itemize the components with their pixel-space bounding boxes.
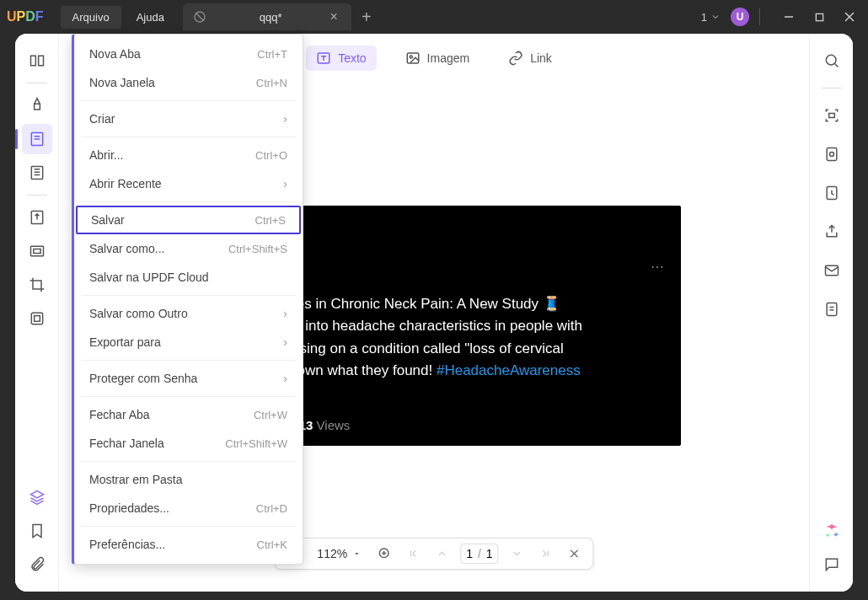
text-icon — [316, 51, 331, 66]
link-tool-label: Link — [530, 51, 552, 65]
tab-close-icon[interactable]: × — [327, 9, 341, 24]
menu-show-folder[interactable]: Mostrar em Pasta — [74, 465, 303, 494]
layers-icon[interactable] — [22, 482, 52, 512]
ocr-tool-icon[interactable] — [817, 100, 847, 131]
tab-title: qqq* — [215, 11, 327, 24]
menu-save-as[interactable]: Salvar como...Ctrl+Shift+S — [74, 234, 303, 263]
svg-line-1 — [196, 13, 203, 20]
close-bar-button[interactable] — [565, 544, 585, 564]
svg-point-40 — [826, 533, 828, 536]
menubar: Arquivo Ajuda — [61, 6, 176, 29]
app-logo: UPDF — [7, 9, 44, 24]
left-toolbar — [15, 34, 59, 592]
zoom-page-bar: 112% 1 / 1 — [274, 538, 593, 570]
page-input[interactable]: 1 / 1 — [460, 544, 498, 564]
text-tool-label: Texto — [338, 51, 366, 65]
text-tool[interactable]: Texto — [306, 46, 376, 71]
close-window-button[interactable] — [838, 5, 861, 29]
menu-help[interactable]: Ajuda — [125, 6, 176, 29]
ocr-icon[interactable] — [22, 202, 52, 233]
svg-rect-33 — [827, 148, 837, 161]
last-page-button[interactable] — [536, 544, 556, 564]
crop-icon[interactable] — [22, 270, 52, 300]
print-icon[interactable] — [817, 294, 847, 324]
file-menu-dropdown: Nova AbaCtrl+T Nova JanelaCtrl+N Criar› … — [72, 34, 303, 565]
menu-new-window[interactable]: Nova JanelaCtrl+N — [74, 68, 303, 97]
reader-icon[interactable] — [22, 46, 52, 76]
email-icon[interactable] — [817, 255, 847, 286]
next-page-button[interactable] — [507, 544, 528, 564]
zoom-in-button[interactable] — [374, 544, 394, 564]
svg-point-34 — [829, 153, 833, 157]
right-toolbar — [809, 34, 853, 592]
titlebar: UPDF Arquivo Ajuda qqq* × + 1 U — [0, 0, 868, 34]
titlebar-page-indicator[interactable]: 1 — [701, 11, 721, 24]
menu-create[interactable]: Criar› — [74, 104, 303, 133]
image-icon — [405, 51, 421, 66]
organize-icon[interactable] — [22, 158, 52, 188]
menu-close-window[interactable]: Fechar JanelaCtrl+Shift+W — [74, 429, 303, 458]
menu-save-other[interactable]: Salvar como Outro› — [74, 299, 303, 328]
svg-rect-14 — [30, 246, 43, 256]
compress-icon[interactable] — [817, 139, 847, 169]
svg-point-30 — [826, 55, 836, 65]
menu-open-recent[interactable]: Abrir Recente› — [74, 169, 303, 198]
svg-rect-3 — [816, 13, 822, 20]
page-number: 1 — [701, 11, 707, 24]
link-tool[interactable]: Link — [498, 46, 562, 71]
link-icon — [508, 51, 523, 66]
highlighter-icon[interactable] — [22, 90, 52, 121]
convert-icon[interactable] — [817, 178, 847, 208]
user-avatar[interactable]: U — [731, 8, 749, 26]
prev-page-button[interactable] — [431, 544, 452, 564]
menu-save-cloud[interactable]: Salvar na UPDF Cloud — [74, 263, 303, 292]
share-icon[interactable] — [817, 217, 847, 247]
dropdown-caret-icon — [352, 549, 361, 558]
menu-close-tab[interactable]: Fechar AbaCtrl+W — [74, 400, 303, 429]
svg-rect-37 — [827, 303, 837, 316]
document-tab[interactable]: qqq* × — [183, 3, 351, 30]
image-tool[interactable]: Imagem — [395, 46, 480, 71]
svg-rect-16 — [31, 313, 42, 324]
menu-save[interactable]: SalvarCtrl+S — [76, 206, 301, 234]
comment-icon[interactable] — [817, 549, 847, 580]
redact-icon[interactable] — [22, 236, 52, 266]
menu-export[interactable]: Exportar para› — [74, 328, 303, 356]
form-icon[interactable] — [22, 303, 52, 334]
chevron-down-icon — [710, 12, 721, 22]
zoom-level[interactable]: 112% — [312, 547, 366, 560]
svg-point-20 — [410, 56, 412, 58]
first-page-button[interactable] — [403, 544, 423, 564]
attachment-icon[interactable] — [22, 549, 52, 580]
search-icon[interactable] — [817, 46, 847, 76]
svg-rect-9 — [31, 167, 42, 179]
tab-add-button[interactable]: + — [351, 8, 382, 27]
menu-new-tab[interactable]: Nova AbaCtrl+T — [74, 40, 303, 68]
menu-properties[interactable]: Propriedades...Ctrl+D — [74, 494, 303, 522]
edit-icon[interactable] — [22, 124, 52, 154]
minimize-button[interactable] — [777, 5, 801, 29]
menu-open[interactable]: Abrir...Ctrl+O — [74, 141, 303, 169]
ai-assistant-icon[interactable] — [817, 516, 847, 546]
menu-protect[interactable]: Proteger com Senha› — [74, 364, 303, 393]
image-tool-label: Imagem — [427, 51, 470, 65]
more-icon: ⋯ — [651, 259, 664, 275]
menu-file[interactable]: Arquivo — [61, 6, 121, 29]
tab-doc-icon — [193, 10, 206, 24]
svg-line-31 — [834, 63, 838, 67]
bookmark-icon[interactable] — [22, 516, 52, 546]
window-controls — [777, 5, 861, 29]
svg-rect-15 — [33, 249, 40, 254]
maximize-button[interactable] — [807, 5, 831, 29]
svg-rect-32 — [828, 114, 834, 118]
svg-rect-17 — [34, 316, 40, 322]
menu-preferences[interactable]: Preferências...Ctrl+K — [74, 530, 303, 559]
